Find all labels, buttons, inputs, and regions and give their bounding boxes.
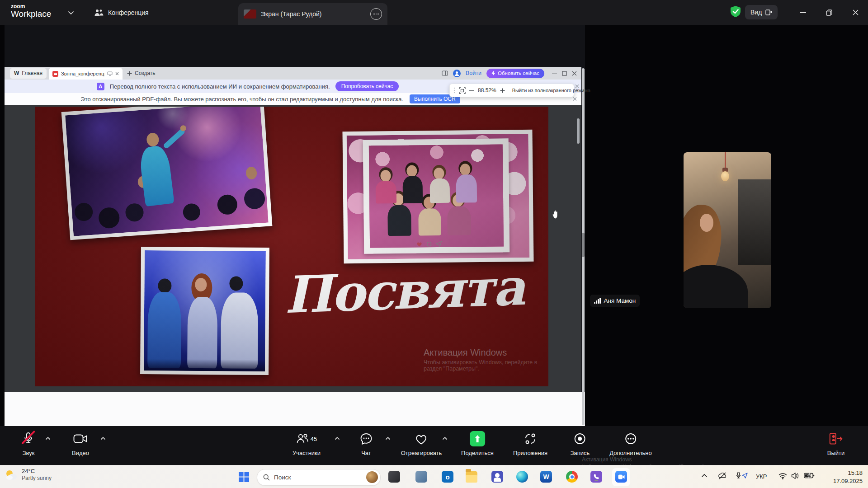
update-now-button[interactable]: Обновить сейчас <box>486 69 544 78</box>
drag-handle-icon[interactable] <box>453 87 455 94</box>
chat-chevron-icon[interactable] <box>385 436 391 440</box>
background-window <box>738 179 771 265</box>
slide-page: Посвята Активация Windows Чтобы активиро… <box>35 107 548 386</box>
share-screen-icon <box>470 431 485 446</box>
audio-options-chevron-icon[interactable] <box>45 436 51 440</box>
weather-temp: 24°C <box>22 468 52 475</box>
participants-button-label: Участники <box>292 450 321 456</box>
pdf-home-tab[interactable]: W Главная <box>10 68 47 79</box>
language-indicator[interactable]: УКР <box>756 473 767 480</box>
account-avatar-icon[interactable] <box>453 70 461 77</box>
pdf-scrollbar-thumb[interactable] <box>577 118 580 144</box>
react-button[interactable]: Отреагировать <box>401 431 442 456</box>
workspace-chevron-down-icon[interactable] <box>68 11 74 15</box>
tab-close-icon[interactable] <box>115 72 119 75</box>
apps-button-label: Приложения <box>513 450 547 456</box>
more-button[interactable]: Дополнительно <box>609 431 652 456</box>
zoom-control-panel: 88.52% Выйти из полноэкранного режима <box>449 84 574 97</box>
leave-button[interactable]: Выйти <box>827 431 845 456</box>
view-button-label: Вид <box>750 9 762 16</box>
weather-widget[interactable]: 24°C Partly sunny <box>5 468 52 482</box>
pdf-document-tab-label: Звітна_конференція_студент <box>61 71 104 76</box>
pdf-canvas: Посвята Активация Windows Чтобы активиро… <box>5 105 581 392</box>
tab-screen-label: Экран (Тарас Рудой) <box>261 10 366 18</box>
ocr-banner-close-icon[interactable] <box>573 97 577 101</box>
participants-button[interactable]: 45 Участники <box>292 431 321 456</box>
start-button[interactable] <box>238 471 250 483</box>
viber-icon[interactable] <box>590 471 602 483</box>
pdf-maximize-icon[interactable] <box>562 71 567 76</box>
pdf-close-icon[interactable] <box>572 71 577 76</box>
pdf-minimize-icon[interactable] <box>552 73 557 74</box>
search-input[interactable]: Поиск <box>257 469 381 486</box>
volume-icon[interactable] <box>791 472 799 479</box>
share-button[interactable]: Поделиться <box>461 431 494 456</box>
search-highlight-image[interactable] <box>366 471 378 483</box>
screen: zoom Workplace Конференция Экран (Тарас … <box>0 0 868 488</box>
file-explorer-icon[interactable] <box>466 471 477 483</box>
apps-button[interactable]: Приложения <box>513 431 547 456</box>
participant-name: Аня Мамон <box>604 297 636 304</box>
split-view-icon[interactable] <box>442 70 448 76</box>
more-icon <box>624 431 637 446</box>
teams-icon[interactable] <box>491 471 503 483</box>
zoom-logo-text: zoom <box>11 4 51 9</box>
light-bulb <box>721 171 729 181</box>
tray-time: 15:18 <box>833 469 863 477</box>
audio-button[interactable]: Звук <box>23 431 35 456</box>
meeting-right-panel: Аня Мамон <box>585 25 868 426</box>
minimize-button[interactable] <box>793 0 813 25</box>
camera-icon <box>73 431 88 446</box>
view-button[interactable]: Вид <box>745 5 778 19</box>
edge-icon[interactable] <box>516 471 528 483</box>
share-button-label: Поделиться <box>461 450 494 456</box>
outlook-icon[interactable]: o <box>442 471 453 483</box>
security-shield-icon[interactable] <box>730 5 741 18</box>
react-button-label: Отреагировать <box>401 450 442 456</box>
workplace-logo-text: Workplace <box>11 9 51 19</box>
pdf-document-tab[interactable]: Звітна_конференція_студент <box>49 68 123 80</box>
zoom-level: 88.52% <box>478 87 496 94</box>
translate-icon: A <box>97 83 104 90</box>
exit-fullscreen-button[interactable]: Выйти из полноэкранного режима <box>512 88 590 93</box>
tray-clock[interactable]: 15:18 17.09.2025 <box>833 469 863 485</box>
zoom-titlebar: zoom Workplace Конференция Экран (Тарас … <box>0 0 868 25</box>
search-icon <box>263 474 270 481</box>
pdf-new-tab-button[interactable]: Создать <box>127 70 156 76</box>
participant-face <box>700 214 713 232</box>
video-button[interactable]: Видео <box>72 431 89 456</box>
tab-more-icon[interactable] <box>370 8 382 20</box>
close-button[interactable] <box>845 0 865 25</box>
participant-video[interactable] <box>684 152 771 308</box>
chrome-icon[interactable] <box>566 471 578 483</box>
taskbar-app-bluegrey-icon[interactable] <box>415 471 427 483</box>
zoom-out-icon[interactable] <box>469 90 474 91</box>
word-icon[interactable]: W <box>540 471 552 483</box>
tray-expand-chevron-icon[interactable] <box>701 474 708 478</box>
maximize-button[interactable] <box>819 0 839 25</box>
audio-button-label: Звук <box>23 450 35 456</box>
sign-in-link[interactable]: Войти <box>466 70 481 76</box>
fit-page-icon[interactable] <box>459 87 466 94</box>
zoom-in-icon[interactable] <box>500 88 505 93</box>
ocr-banner-text: Это отсканированный PDF-файл. Вы можете … <box>80 96 403 103</box>
record-button[interactable]: Запись <box>571 431 590 456</box>
tab-screen-share[interactable]: Экран (Тарас Рудой) <box>238 3 387 25</box>
react-chevron-icon[interactable] <box>442 436 448 440</box>
chat-button[interactable]: Чат <box>360 431 373 456</box>
onedrive-paused-icon[interactable] <box>718 472 727 480</box>
zoom-workplace-logo: zoom Workplace <box>11 4 51 19</box>
tab-conference[interactable]: Конференция <box>94 0 149 25</box>
battery-charging-icon[interactable] <box>804 473 815 479</box>
try-now-button[interactable]: Попробовать сейчас <box>335 81 399 91</box>
zoom-app-icon[interactable] <box>615 471 627 483</box>
share-scrollbar-thumb[interactable] <box>582 233 585 257</box>
video-options-chevron-icon[interactable] <box>100 436 106 440</box>
pdf-new-tab-label: Создать <box>135 70 156 76</box>
taskbar-app-dark-icon[interactable] <box>388 471 400 483</box>
participants-chevron-icon[interactable] <box>335 436 340 440</box>
shared-screen-area: W Главная Звітна_конференція_студент Соз… <box>5 25 585 426</box>
more-button-label: Дополнительно <box>609 450 652 456</box>
mic-location-tray-icon[interactable] <box>736 472 748 479</box>
wifi-icon[interactable] <box>778 473 787 479</box>
